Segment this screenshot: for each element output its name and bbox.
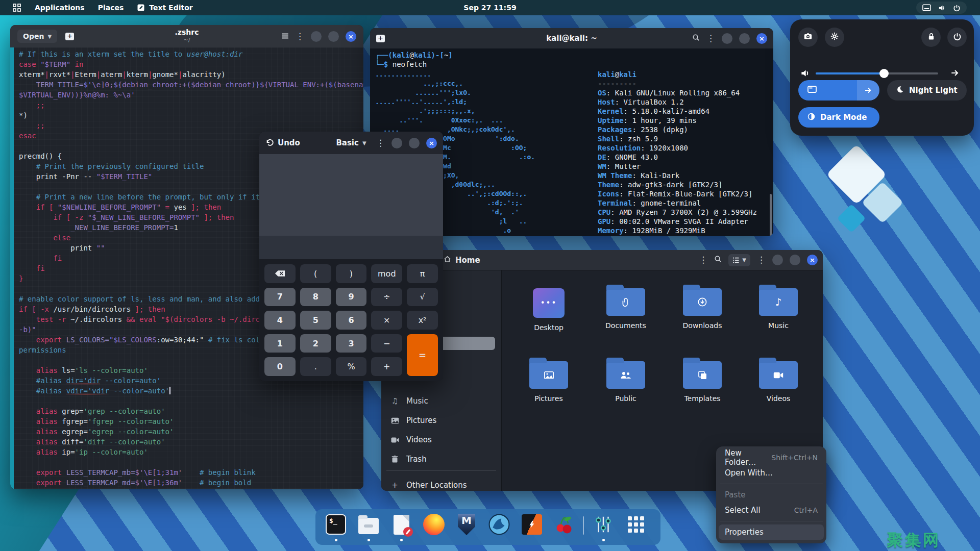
folder-downloads[interactable]: Downloads <box>672 288 733 330</box>
view-toggle-button[interactable]: ▼ <box>728 254 750 266</box>
editor-titlebar[interactable]: Open▼ .zshrc ~/ ⋮ × <box>10 25 363 47</box>
close-button[interactable]: × <box>756 33 767 44</box>
dock-item-terminal[interactable]: $_ <box>325 513 347 536</box>
breadcrumb[interactable]: Home <box>444 255 480 265</box>
new-document-icon[interactable] <box>65 33 74 40</box>
terminal-titlebar[interactable]: kali@kali: ~ ⋮ × <box>370 28 773 48</box>
open-button[interactable]: Open▼ <box>17 30 57 43</box>
terminal-scrollbar[interactable] <box>770 194 772 236</box>
calc-key-4[interactable]: 4 <box>264 311 296 330</box>
volume-expand-icon[interactable] <box>950 68 960 80</box>
volume-slider[interactable] <box>816 72 938 74</box>
calc-key-([interactable]: ( <box>300 264 331 283</box>
files-titlebar[interactable]: Home ⋮ ▼ ⋮ × <box>381 250 823 270</box>
system-tray[interactable] <box>916 2 967 14</box>
backspace-button[interactable] <box>264 264 296 283</box>
kebab-menu-icon[interactable]: ⋮ <box>706 34 715 43</box>
maximize-button[interactable] <box>328 31 339 42</box>
menu-places[interactable]: Places <box>98 4 124 12</box>
settings-button[interactable] <box>825 28 844 47</box>
kebab-menu-icon[interactable]: ⋮ <box>376 139 385 147</box>
dock-item-files[interactable] <box>357 513 380 536</box>
mode-selector[interactable]: Basic▼ <box>336 138 366 147</box>
screenshot-button[interactable] <box>798 28 818 47</box>
sidebar-item-music[interactable]: ♫Music <box>386 393 497 409</box>
calc-key-5[interactable]: 5 <box>300 311 331 330</box>
sidebar-item-trash[interactable]: Trash <box>386 452 497 467</box>
volume-slider-knob[interactable] <box>879 69 889 78</box>
calc-key-×[interactable]: × <box>371 311 402 330</box>
search-icon[interactable] <box>714 255 722 265</box>
calc-key-0[interactable]: 0 <box>264 357 296 376</box>
calc-key-2[interactable]: 2 <box>300 334 331 353</box>
dock-item-wireshark[interactable] <box>488 513 510 536</box>
menu-item-open-with-[interactable]: Open With… <box>719 465 824 481</box>
folder-public[interactable]: Public <box>595 361 656 403</box>
maximize-button[interactable] <box>790 255 800 265</box>
calc-key-3[interactable]: 3 <box>336 334 367 353</box>
dock-item-texteditor[interactable] <box>390 513 412 536</box>
close-button[interactable]: × <box>346 31 356 42</box>
calc-key-=[interactable]: = <box>407 334 438 376</box>
focused-app-menu[interactable]: Text Editor <box>137 4 192 12</box>
calc-key-1[interactable]: 1 <box>264 334 296 353</box>
folder-documents[interactable]: Documents <box>595 288 656 330</box>
calc-key-9[interactable]: 9 <box>336 288 367 307</box>
kebab-menu-icon[interactable]: ⋮ <box>757 256 766 264</box>
menu-item-paste[interactable]: Paste <box>719 487 824 503</box>
calc-key-.[interactable]: . <box>300 357 331 376</box>
dock-item-metasploit[interactable]: M <box>455 513 478 536</box>
calc-key-7[interactable]: 7 <box>264 288 296 307</box>
calculator-display[interactable] <box>259 154 443 236</box>
expand-arrow-icon[interactable] <box>857 80 879 101</box>
calc-key-−[interactable]: − <box>371 334 402 353</box>
minimize-button[interactable] <box>772 255 783 265</box>
minimize-button[interactable] <box>311 31 322 42</box>
maximize-button[interactable] <box>739 33 750 44</box>
screen-settings-toggle[interactable] <box>798 80 879 101</box>
sidebar-item-other-locations[interactable]: +Other Locations <box>386 478 497 491</box>
calc-key-8[interactable]: 8 <box>300 288 331 307</box>
dock-item-burpsuite[interactable] <box>521 513 543 536</box>
sidebar-item-videos[interactable]: Videos <box>386 432 497 447</box>
dock-item-cherrytree[interactable] <box>553 513 576 536</box>
calc-key-mod[interactable]: mod <box>371 264 402 283</box>
new-tab-icon[interactable] <box>376 35 385 42</box>
clock[interactable]: Sep 27 11:59 <box>463 4 516 12</box>
kebab-menu-icon[interactable]: ⋮ <box>699 256 707 264</box>
calc-key-)[interactable]: ) <box>336 264 367 283</box>
dark-mode-toggle[interactable]: Dark Mode <box>798 107 879 128</box>
folder-templates[interactable]: Templates <box>672 361 733 403</box>
calculator-titlebar[interactable]: Undo Basic▼ ⋮ × <box>259 132 443 154</box>
folder-desktop[interactable]: •••Desktop <box>518 288 579 332</box>
menu-applications[interactable]: Applications <box>35 4 85 12</box>
calc-key-%[interactable]: % <box>336 357 367 376</box>
sidebar-item-pictures[interactable]: Pictures <box>386 413 497 428</box>
folder-pictures[interactable]: Pictures <box>518 361 579 403</box>
lock-button[interactable] <box>921 28 941 47</box>
power-button[interactable] <box>947 28 967 47</box>
search-icon[interactable] <box>692 34 700 43</box>
menu-item-new-folder-[interactable]: New Folder…Shift+Ctrl+N <box>719 450 824 465</box>
panel-grid-icon[interactable] <box>12 3 21 12</box>
calc-key-x²[interactable]: x² <box>407 311 438 330</box>
night-light-toggle[interactable]: Night Light <box>887 80 967 101</box>
calc-key-6[interactable]: 6 <box>336 311 367 330</box>
minimize-button[interactable] <box>722 33 732 44</box>
close-button[interactable]: × <box>426 138 437 148</box>
maximize-button[interactable] <box>409 138 420 148</box>
menu-item-properties[interactable]: Properties <box>719 524 824 540</box>
dock-item-tweaks[interactable] <box>592 513 615 536</box>
dock-item-appgrid[interactable] <box>625 513 647 536</box>
hamburger-menu-icon[interactable] <box>281 32 289 41</box>
menu-item-select-all[interactable]: Select AllCtrl+A <box>719 503 824 518</box>
calc-key-+[interactable]: + <box>371 357 402 376</box>
folder-music[interactable]: ♪Music <box>748 288 809 330</box>
calc-key-÷[interactable]: ÷ <box>371 288 402 307</box>
calc-key-π[interactable]: π <box>407 264 438 283</box>
dock-item-firefox[interactable] <box>423 513 445 536</box>
kebab-menu-icon[interactable]: ⋮ <box>296 32 304 41</box>
calc-key-√[interactable]: √ <box>407 288 438 307</box>
close-button[interactable]: × <box>807 255 818 265</box>
minimize-button[interactable] <box>391 138 402 148</box>
